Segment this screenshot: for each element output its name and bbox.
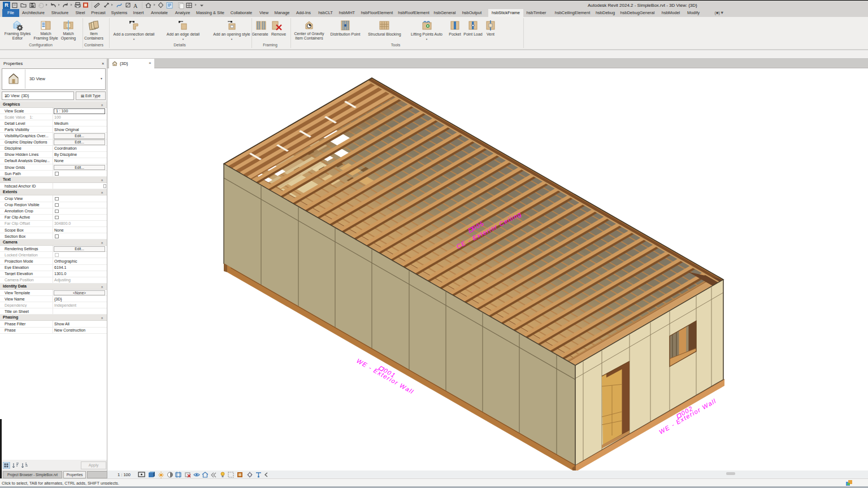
svg-text:A: A: [133, 3, 138, 9]
